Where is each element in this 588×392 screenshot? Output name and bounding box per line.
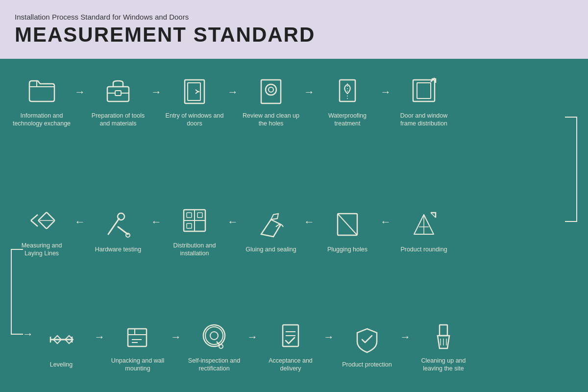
arrow-left-5: ← [380,216,391,228]
folder-icon [24,74,59,108]
arrow-2: → [151,86,162,98]
step-label: Preparation of tools and materials [89,112,147,128]
step-label: Unpacking and wall mounting [108,357,167,373]
main-content: Information and technology exchange → Pr… [0,59,588,392]
svg-rect-35 [128,329,147,346]
step-label: Self-inspection and rectification [185,357,244,373]
flow-row-3: Leveling → Unpacking and wall mounting →… [29,318,475,373]
step-product-protect: Product protection [335,322,399,368]
svg-rect-4 [115,91,121,96]
arrow-5: → [380,86,391,98]
step-leveling: Leveling [29,322,93,368]
toolbox-icon [101,74,135,108]
svg-line-29 [338,214,357,235]
magnify-icon [254,74,288,108]
protect-icon [350,322,384,357]
svg-rect-45 [440,325,447,336]
step-label: Waterproofing treatment [318,112,377,128]
header-title: MEASUREMENT STANDARD [15,23,573,47]
self-inspect-icon [197,318,231,353]
glue-icon [254,207,288,242]
svg-point-38 [205,327,223,344]
step-dist-install: Distribution and installation [163,203,226,258]
step-rounding: Product rounding [392,207,456,253]
cleanup-icon [426,318,461,353]
accept-icon [273,318,308,353]
svg-rect-13 [417,83,431,98]
step-acceptance: Acceptance and delivery [259,318,322,373]
step-label: Leveling [50,361,73,368]
arrow-r3-4: → [323,331,334,343]
step-label: Hardware testing [95,245,142,253]
arrow-r3-2: → [171,331,181,343]
arrow-4: → [304,86,315,98]
step-label: Product rounding [400,245,447,253]
arrow-r3-1: → [94,331,105,343]
flow-row-2: Measuring and Laying Lines ← Hardware te… [10,203,456,258]
step-prep-tools: Preparation of tools and materials [86,74,150,128]
step-gluing: Gluing and sealing [239,207,303,253]
step-waterproofing: Waterproofing treatment [316,74,379,128]
step-label: Review and clean up the holes [242,112,300,128]
flow-row-1: Information and technology exchange → Pr… [10,74,456,128]
svg-rect-27 [187,223,192,228]
svg-line-18 [108,219,119,234]
step-review-holes: Review and clean up the holes [239,74,303,128]
door-entry-icon [177,74,212,108]
waterproof-icon [330,74,365,108]
arrow-r3-3: → [247,331,258,343]
step-hardware-test: Hardware testing [86,207,150,253]
svg-point-9 [266,84,276,95]
frame-dist-icon [407,74,441,108]
arrow-left-2: ← [151,216,162,228]
step-entry-windows: Entry of windows and doors [163,74,226,128]
arrow-left-4: ← [304,216,315,228]
step-frame-dist: Door and window frame distribution [392,74,456,128]
arrow-3: → [227,86,238,98]
svg-rect-25 [187,213,192,218]
level-icon [44,322,78,357]
step-label: Cleaning up and leaving the site [414,357,473,373]
step-info-tech: Information and technology exchange [10,74,74,128]
svg-line-15 [31,220,38,226]
round-icon [407,207,441,242]
measure-icon [24,203,59,238]
plug-icon [330,207,365,242]
step-unpacking: Unpacking and wall mounting [106,318,170,373]
arrow-left-1: ← [74,216,85,228]
step-label: Entry of windows and doors [165,112,224,128]
svg-point-10 [269,87,273,92]
svg-point-41 [219,344,223,348]
arrow-1: → [74,86,85,98]
svg-rect-26 [197,213,202,218]
step-cleanup: Cleaning up and leaving the site [412,318,475,373]
header-subtitle: Installation Process Standard for Window… [15,13,573,21]
header: Installation Process Standard for Window… [0,0,588,59]
arrow-left-3: ← [227,216,238,228]
svg-point-39 [210,332,218,340]
corner-connector-left [11,249,23,335]
arrow-r3-5: → [400,331,411,343]
step-self-inspect: Self-inspection and rectification [182,318,246,373]
unpack-icon [121,318,155,353]
svg-line-14 [31,215,38,220]
step-label: Gluing and sealing [245,245,296,253]
step-label: Information and technology exchange [12,112,71,128]
step-plugging: Plugging holes [316,207,379,253]
step-label: Door and window frame distribution [394,112,453,128]
step-label: Product protection [342,361,392,368]
svg-line-20 [118,227,128,234]
dist-install-icon [177,203,212,238]
hardware-icon [101,207,135,242]
step-label: Distribution and installation [165,242,224,258]
corner-connector-right [565,117,577,222]
step-label: Acceptance and delivery [261,357,320,373]
svg-point-19 [118,213,124,220]
step-label: Plugging holes [327,245,368,253]
